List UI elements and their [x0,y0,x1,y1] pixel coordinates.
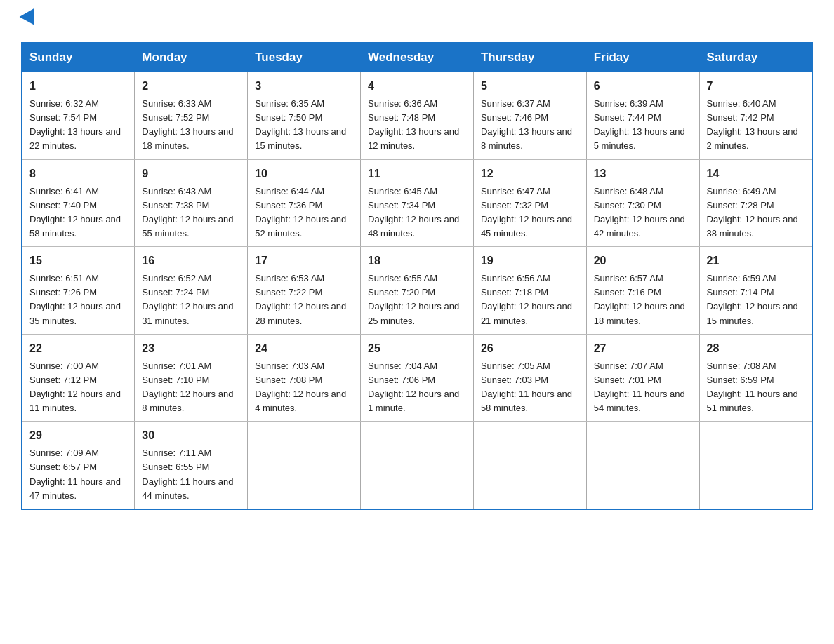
day-info: Sunrise: 7:11 AMSunset: 6:55 PMDaylight:… [142,446,240,503]
day-info: Sunrise: 6:49 AMSunset: 7:28 PMDaylight:… [707,185,805,241]
day-number: 9 [142,166,240,182]
week-row-2: 8Sunrise: 6:41 AMSunset: 7:40 PMDaylight… [22,159,812,247]
day-number: 23 [142,340,240,357]
day-info: Sunrise: 6:56 AMSunset: 7:18 PMDaylight:… [481,271,579,328]
calendar-cell: 8Sunrise: 6:41 AMSunset: 7:40 PMDaylight… [22,159,135,247]
day-number: 29 [29,427,127,444]
day-number: 4 [368,78,466,95]
calendar-cell: 30Sunrise: 7:11 AMSunset: 6:55 PMDayligh… [135,422,248,509]
calendar-cell [586,422,699,509]
calendar-cell: 12Sunrise: 6:47 AMSunset: 7:32 PMDayligh… [473,159,586,247]
calendar-cell: 26Sunrise: 7:05 AMSunset: 7:03 PMDayligh… [473,334,586,422]
day-number: 10 [255,166,353,182]
day-info: Sunrise: 7:03 AMSunset: 7:08 PMDaylight:… [255,359,353,416]
header-wednesday: Wednesday [361,43,474,72]
calendar-cell: 29Sunrise: 7:09 AMSunset: 6:57 PMDayligh… [22,422,135,509]
day-info: Sunrise: 7:00 AMSunset: 7:12 PMDaylight:… [29,359,127,416]
day-number: 27 [594,340,692,357]
week-row-1: 1Sunrise: 6:32 AMSunset: 7:54 PMDaylight… [22,72,812,160]
week-row-3: 15Sunrise: 6:51 AMSunset: 7:26 PMDayligh… [22,247,812,335]
day-info: Sunrise: 6:33 AMSunset: 7:52 PMDaylight:… [142,97,240,154]
calendar-header-row: SundayMondayTuesdayWednesdayThursdayFrid… [22,43,812,72]
calendar-table: SundayMondayTuesdayWednesdayThursdayFrid… [21,42,813,510]
day-info: Sunrise: 6:37 AMSunset: 7:46 PMDaylight:… [481,97,579,154]
header-friday: Friday [586,43,699,72]
day-info: Sunrise: 6:44 AMSunset: 7:36 PMDaylight:… [255,185,353,241]
day-number: 2 [142,78,240,95]
calendar-cell [248,422,361,509]
day-number: 6 [594,78,692,95]
calendar-cell: 11Sunrise: 6:45 AMSunset: 7:34 PMDayligh… [361,159,474,247]
day-info: Sunrise: 6:59 AMSunset: 7:14 PMDaylight:… [707,271,805,328]
day-number: 5 [481,78,579,95]
day-info: Sunrise: 6:43 AMSunset: 7:38 PMDaylight:… [142,185,240,241]
header-monday: Monday [135,43,248,72]
header-thursday: Thursday [473,43,586,72]
day-number: 21 [707,253,805,269]
day-info: Sunrise: 7:08 AMSunset: 6:59 PMDaylight:… [707,359,805,416]
day-info: Sunrise: 7:07 AMSunset: 7:01 PMDaylight:… [594,359,692,416]
day-info: Sunrise: 6:57 AMSunset: 7:16 PMDaylight:… [594,271,692,328]
day-info: Sunrise: 6:39 AMSunset: 7:44 PMDaylight:… [594,97,692,154]
week-row-5: 29Sunrise: 7:09 AMSunset: 6:57 PMDayligh… [22,422,812,509]
day-number: 24 [255,340,353,357]
week-row-4: 22Sunrise: 7:00 AMSunset: 7:12 PMDayligh… [22,334,812,422]
calendar-cell: 23Sunrise: 7:01 AMSunset: 7:10 PMDayligh… [135,334,248,422]
day-number: 17 [255,253,353,269]
day-number: 18 [368,253,466,269]
calendar-cell [361,422,474,509]
day-number: 12 [481,166,579,182]
day-info: Sunrise: 6:40 AMSunset: 7:42 PMDaylight:… [707,97,805,154]
calendar-cell: 15Sunrise: 6:51 AMSunset: 7:26 PMDayligh… [22,247,135,335]
calendar-cell [699,422,812,509]
day-number: 15 [29,253,127,269]
day-number: 1 [29,78,127,95]
calendar-cell: 17Sunrise: 6:53 AMSunset: 7:22 PMDayligh… [248,247,361,335]
calendar-cell [473,422,586,509]
calendar-cell: 20Sunrise: 6:57 AMSunset: 7:16 PMDayligh… [586,247,699,335]
logo [21,14,40,28]
calendar-cell: 19Sunrise: 6:56 AMSunset: 7:18 PMDayligh… [473,247,586,335]
calendar-cell: 21Sunrise: 6:59 AMSunset: 7:14 PMDayligh… [699,247,812,335]
day-number: 26 [481,340,579,357]
calendar-cell: 9Sunrise: 6:43 AMSunset: 7:38 PMDaylight… [135,159,248,247]
day-info: Sunrise: 7:09 AMSunset: 6:57 PMDaylight:… [29,446,127,503]
day-number: 30 [142,427,240,444]
header-tuesday: Tuesday [248,43,361,72]
calendar-cell: 22Sunrise: 7:00 AMSunset: 7:12 PMDayligh… [22,334,135,422]
day-info: Sunrise: 6:52 AMSunset: 7:24 PMDaylight:… [142,271,240,328]
calendar-cell: 1Sunrise: 6:32 AMSunset: 7:54 PMDaylight… [22,72,135,160]
calendar-cell: 10Sunrise: 6:44 AMSunset: 7:36 PMDayligh… [248,159,361,247]
day-info: Sunrise: 7:05 AMSunset: 7:03 PMDaylight:… [481,359,579,416]
calendar-cell: 13Sunrise: 6:48 AMSunset: 7:30 PMDayligh… [586,159,699,247]
header-sunday: Sunday [22,43,135,72]
day-number: 19 [481,253,579,269]
day-info: Sunrise: 6:51 AMSunset: 7:26 PMDaylight:… [29,271,127,328]
header-saturday: Saturday [699,43,812,72]
day-number: 13 [594,166,692,182]
day-info: Sunrise: 6:36 AMSunset: 7:48 PMDaylight:… [368,97,466,154]
day-info: Sunrise: 6:35 AMSunset: 7:50 PMDaylight:… [255,97,353,154]
day-info: Sunrise: 6:45 AMSunset: 7:34 PMDaylight:… [368,185,466,241]
calendar-cell: 7Sunrise: 6:40 AMSunset: 7:42 PMDaylight… [699,72,812,160]
calendar-cell: 2Sunrise: 6:33 AMSunset: 7:52 PMDaylight… [135,72,248,160]
calendar-cell: 18Sunrise: 6:55 AMSunset: 7:20 PMDayligh… [361,247,474,335]
logo-triangle-icon [20,8,41,29]
day-info: Sunrise: 6:32 AMSunset: 7:54 PMDaylight:… [29,97,127,154]
day-info: Sunrise: 6:41 AMSunset: 7:40 PMDaylight:… [29,185,127,241]
calendar-cell: 3Sunrise: 6:35 AMSunset: 7:50 PMDaylight… [248,72,361,160]
calendar-cell: 16Sunrise: 6:52 AMSunset: 7:24 PMDayligh… [135,247,248,335]
day-number: 7 [707,78,805,95]
day-info: Sunrise: 6:48 AMSunset: 7:30 PMDaylight:… [594,185,692,241]
day-info: Sunrise: 6:53 AMSunset: 7:22 PMDaylight:… [255,271,353,328]
calendar-cell: 24Sunrise: 7:03 AMSunset: 7:08 PMDayligh… [248,334,361,422]
day-number: 8 [29,166,127,182]
day-number: 22 [29,340,127,357]
day-number: 14 [707,166,805,182]
day-info: Sunrise: 6:47 AMSunset: 7:32 PMDaylight:… [481,185,579,241]
calendar-cell: 25Sunrise: 7:04 AMSunset: 7:06 PMDayligh… [361,334,474,422]
day-number: 28 [707,340,805,357]
calendar-cell: 5Sunrise: 6:37 AMSunset: 7:46 PMDaylight… [473,72,586,160]
day-number: 3 [255,78,353,95]
calendar-cell: 14Sunrise: 6:49 AMSunset: 7:28 PMDayligh… [699,159,812,247]
